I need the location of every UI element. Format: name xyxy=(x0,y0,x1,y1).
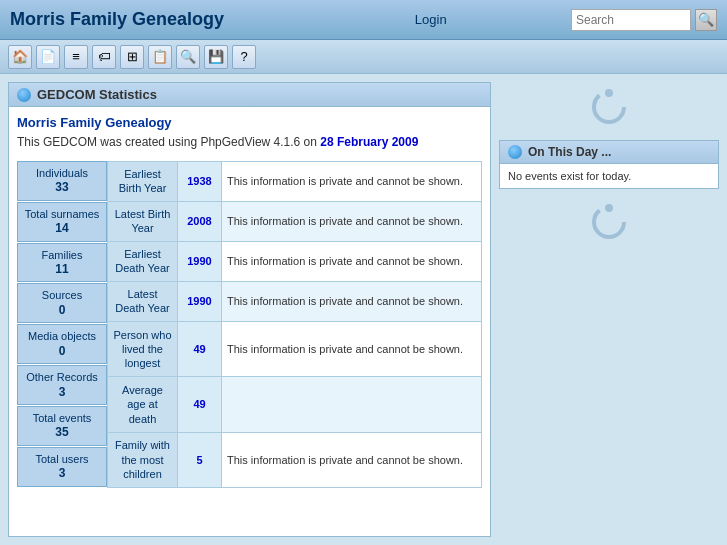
stat-row-label: Latest Death Year xyxy=(108,281,178,321)
stat-row-label: Person who lived the longest xyxy=(108,321,178,376)
stat-cell: Total events35 xyxy=(17,406,107,446)
stat-label: Families xyxy=(42,249,83,261)
stat-row-year: 1938 xyxy=(178,161,222,201)
stat-value: 11 xyxy=(55,262,68,276)
stat-cell: Total surnames14 xyxy=(17,202,107,242)
stat-row-private-text: This information is private and cannot b… xyxy=(222,201,482,241)
svg-point-3 xyxy=(605,204,613,212)
search-area: 🔍 xyxy=(571,9,717,31)
no-events-text: No events exist for today. xyxy=(508,170,631,182)
on-this-day-panel: On This Day ... No events exist for toda… xyxy=(499,140,719,189)
copy-button[interactable]: 📋 xyxy=(148,45,172,69)
panel-header: GEDCOM Statistics xyxy=(9,83,490,107)
stat-cell: Other Records3 xyxy=(17,365,107,405)
stat-row-year: 1990 xyxy=(178,281,222,321)
stat-row-label: Family with the most children xyxy=(108,432,178,487)
table-row: Family with the most children5This infor… xyxy=(108,432,482,487)
right-stats-table: Earliest Birth Year1938This information … xyxy=(107,161,482,488)
stat-row-label: Latest Birth Year xyxy=(108,201,178,241)
on-this-day-header: On This Day ... xyxy=(500,141,718,164)
stat-row-private-text: This information is private and cannot b… xyxy=(222,432,482,487)
table-row: Earliest Death Year1990This information … xyxy=(108,241,482,281)
table-button[interactable]: ⊞ xyxy=(120,45,144,69)
stat-row-private-text: This information is private and cannot b… xyxy=(222,241,482,281)
on-this-day-title: On This Day ... xyxy=(528,145,611,159)
gedcom-stats-panel: GEDCOM Statistics Morris Family Genealog… xyxy=(8,82,491,537)
stat-row-private-text: This information is private and cannot b… xyxy=(222,321,482,376)
stat-value: 3 xyxy=(59,385,66,399)
gedcom-date-link[interactable]: 28 February 2009 xyxy=(320,135,418,149)
stat-row-year: 49 xyxy=(178,377,222,432)
stat-cell: Families11 xyxy=(17,243,107,283)
gedcom-name: Morris Family Genealogy xyxy=(17,115,482,130)
panel-body: Morris Family Genealogy This GEDCOM was … xyxy=(9,107,490,496)
stat-label: Sources xyxy=(42,289,82,301)
stat-row-label: Earliest Birth Year xyxy=(108,161,178,201)
main-content: GEDCOM Statistics Morris Family Genealog… xyxy=(0,74,727,545)
spinner-1 xyxy=(499,82,719,132)
list-button[interactable]: ≡ xyxy=(64,45,88,69)
panel-title: GEDCOM Statistics xyxy=(37,87,157,102)
left-stats-column: Individuals33Total surnames14Families11S… xyxy=(17,161,107,488)
svg-point-1 xyxy=(605,89,613,97)
search-input[interactable] xyxy=(571,9,691,31)
stat-row-private-text: This information is private and cannot b… xyxy=(222,161,482,201)
stat-row-year: 49 xyxy=(178,321,222,376)
on-this-day-body: No events exist for today. xyxy=(500,164,718,188)
stat-row-private-text: This information is private and cannot b… xyxy=(222,281,482,321)
right-panel: On This Day ... No events exist for toda… xyxy=(499,82,719,537)
stat-value: 3 xyxy=(59,466,66,480)
stats-area: Individuals33Total surnames14Families11S… xyxy=(17,161,482,488)
stat-label: Media objects xyxy=(28,330,96,342)
stat-label: Total users xyxy=(35,453,88,465)
gedcom-desc-prefix: This GEDCOM was created using PhpGedView… xyxy=(17,135,320,149)
table-row: Latest Death Year1990This information is… xyxy=(108,281,482,321)
gedcom-description: This GEDCOM was created using PhpGedView… xyxy=(17,134,482,151)
stat-row-label: Average age at death xyxy=(108,377,178,432)
panel-header-icon xyxy=(17,88,31,102)
stat-cell: Individuals33 xyxy=(17,161,107,201)
toolbar: 🏠 📄 ≡ 🏷 ⊞ 📋 🔍 💾 ? xyxy=(0,40,727,74)
on-this-day-icon xyxy=(508,145,522,159)
table-row: Latest Birth Year2008This information is… xyxy=(108,201,482,241)
stat-cell: Sources0 xyxy=(17,283,107,323)
export-button[interactable]: 💾 xyxy=(204,45,228,69)
spinner-2 xyxy=(499,197,719,247)
help-button[interactable]: ? xyxy=(232,45,256,69)
stat-value: 14 xyxy=(55,221,68,235)
stat-row-private-text xyxy=(222,377,482,432)
stat-label: Other Records xyxy=(26,371,98,383)
stat-cell: Media objects0 xyxy=(17,324,107,364)
stat-value: 35 xyxy=(55,425,68,439)
stat-row-label: Earliest Death Year xyxy=(108,241,178,281)
home-button[interactable]: 🏠 xyxy=(8,45,32,69)
header: Morris Family Genealogy Login 🔍 xyxy=(0,0,727,40)
table-row: Earliest Birth Year1938This information … xyxy=(108,161,482,201)
stat-label: Individuals xyxy=(36,167,88,179)
app-title: Morris Family Genealogy xyxy=(10,9,291,30)
stat-row-year: 2008 xyxy=(178,201,222,241)
tag-button[interactable]: 🏷 xyxy=(92,45,116,69)
stat-label: Total surnames xyxy=(25,208,100,220)
stat-value: 0 xyxy=(59,344,66,358)
search2-button[interactable]: 🔍 xyxy=(176,45,200,69)
document-button[interactable]: 📄 xyxy=(36,45,60,69)
stat-value: 0 xyxy=(59,303,66,317)
stat-cell: Total users3 xyxy=(17,447,107,487)
search-button[interactable]: 🔍 xyxy=(695,9,717,31)
stat-label: Total events xyxy=(33,412,92,424)
table-row: Person who lived the longest49This infor… xyxy=(108,321,482,376)
stat-row-year: 5 xyxy=(178,432,222,487)
stat-row-year: 1990 xyxy=(178,241,222,281)
table-row: Average age at death49 xyxy=(108,377,482,432)
stat-value: 33 xyxy=(55,180,68,194)
login-link[interactable]: Login xyxy=(291,12,572,27)
